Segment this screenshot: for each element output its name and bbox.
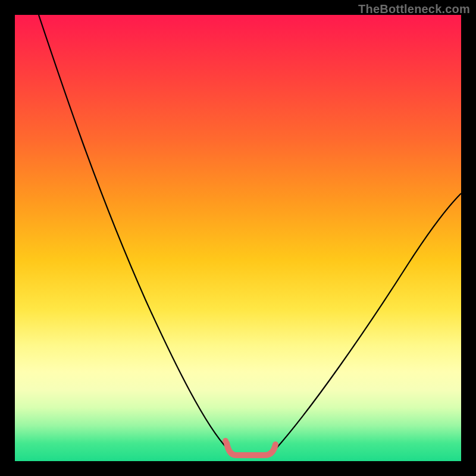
- left-curve: [39, 15, 228, 449]
- chart-plot-area: [15, 15, 461, 461]
- right-curve: [275, 193, 461, 449]
- watermark-text: TheBottleneck.com: [358, 2, 470, 16]
- bottom-squiggle: [227, 443, 275, 455]
- chart-svg: [15, 15, 461, 461]
